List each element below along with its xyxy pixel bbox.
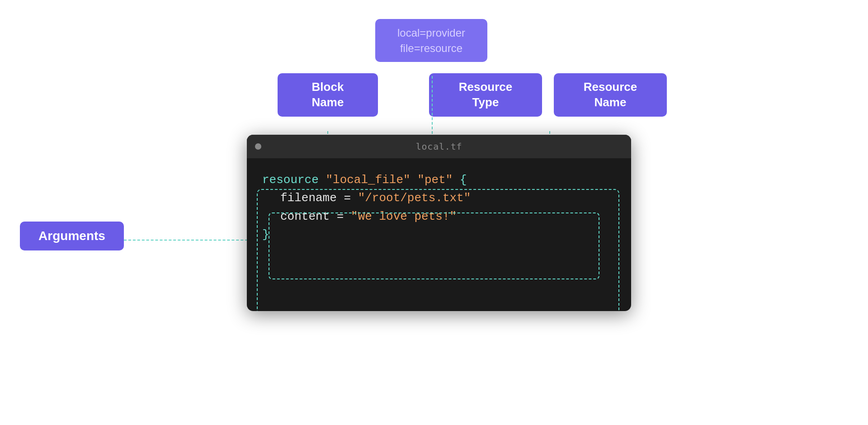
traffic-light-close — [255, 143, 261, 150]
editor-titlebar: local.tf — [247, 135, 631, 158]
filename-eq: = — [344, 191, 358, 205]
resource-name-value: "pet" — [417, 173, 453, 187]
resource-name-badge: Resource Name — [554, 73, 667, 117]
resource-type-badge: Resource Type — [429, 73, 542, 117]
block-name-badge: Block Name — [278, 73, 378, 117]
tooltip-line2: file=resource — [400, 42, 462, 54]
resource-type-label: Resource Type — [459, 80, 513, 109]
code-line-3: content = "We love pets!" — [262, 208, 616, 226]
resource-name-label: Resource Name — [584, 80, 637, 109]
tooltip-badge: local=provider file=resource — [375, 19, 487, 62]
code-line-1: resource "local_file" "pet" { — [262, 171, 616, 189]
content-val: "We love pets!" — [351, 210, 457, 223]
block-name-label: Block Name — [312, 80, 344, 109]
close-brace: } — [262, 228, 269, 241]
tooltip-line1: local=provider — [397, 27, 465, 39]
code-line-2: filename = "/root/pets.txt" — [262, 189, 616, 207]
open-brace: { — [460, 173, 467, 187]
content-eq: = — [337, 210, 351, 223]
resource-type-value: "local_file" — [326, 173, 410, 187]
keyword-resource: resource — [262, 173, 319, 187]
code-editor: local.tf resource "local_file" "pet" { f… — [247, 135, 631, 311]
filename-attr: filename — [280, 191, 337, 205]
content-attr: content — [280, 210, 330, 223]
filename-val: "/root/pets.txt" — [358, 191, 471, 205]
code-line-4: } — [262, 226, 616, 244]
editor-filename: local.tf — [416, 141, 462, 152]
arguments-label: Arguments — [38, 229, 105, 243]
editor-body: resource "local_file" "pet" { filename =… — [247, 158, 631, 256]
arguments-badge: Arguments — [20, 222, 124, 250]
arguments-connector — [124, 240, 257, 241]
